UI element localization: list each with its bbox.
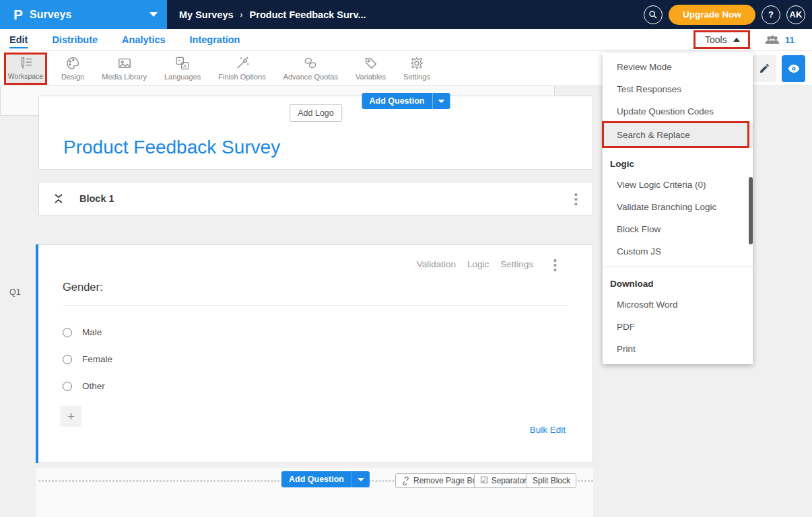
answer-option[interactable]: Other	[63, 381, 105, 391]
translate-icon: * A	[175, 56, 190, 71]
menu-divider	[603, 267, 753, 267]
add-question-button[interactable]: Add Question	[281, 471, 352, 487]
search-button[interactable]	[644, 5, 663, 24]
question-menu-button[interactable]: •••	[553, 258, 557, 272]
toolbar-item-workspace[interactable]: Workspace	[4, 53, 47, 85]
logic-link[interactable]: Logic	[467, 259, 489, 269]
menu-item-pdf[interactable]: PDF	[603, 316, 753, 338]
product-switcher[interactable]: P Surveys	[0, 0, 167, 29]
radio-icon[interactable]	[63, 355, 72, 364]
tools-menu-button[interactable]: Tools	[693, 30, 750, 49]
questionpro-logo: P	[13, 7, 22, 23]
tab-edit[interactable]: Edit	[9, 34, 28, 48]
image-icon	[117, 56, 132, 71]
tab-integration[interactable]: Integration	[190, 34, 240, 45]
toolbar-item-label: Advance Quotas	[283, 73, 338, 81]
breadcrumb-parent[interactable]: My Surveys	[179, 9, 234, 20]
menu-item-review-mode[interactable]: Review Mode	[603, 56, 753, 78]
toolbar-item-label: Workspace	[8, 72, 43, 80]
breadcrumb-current: Product Feedback Surv...	[250, 9, 366, 20]
toolbar-item-settings[interactable]: Settings	[395, 53, 439, 85]
toolbar-item-languages[interactable]: * A Languages	[156, 53, 209, 85]
tab-analytics[interactable]: Analytics	[122, 34, 165, 45]
menu-item-print[interactable]: Print	[603, 338, 753, 360]
block-name[interactable]: Block 1	[79, 193, 114, 204]
bulk-edit-link[interactable]: Bulk Edit	[530, 425, 566, 435]
menu-item-test-responses[interactable]: Test Responses	[603, 78, 753, 100]
menu-item-update-question-codes[interactable]: Update Question Codes	[603, 100, 753, 123]
tools-label: Tools	[705, 34, 727, 45]
validation-link[interactable]: Validation	[417, 259, 456, 269]
collapse-block-icon[interactable]	[54, 193, 63, 204]
chevron-down-icon	[149, 12, 158, 17]
add-question-dropdown-button[interactable]	[352, 471, 370, 487]
toolbar-item-variables[interactable]: Variables	[347, 53, 395, 85]
menu-section-download: Download	[603, 273, 753, 294]
people-icon	[765, 35, 780, 44]
topbar-actions: Upgrade Now ? AK	[644, 5, 812, 25]
option-label[interactable]: Male	[82, 327, 102, 337]
toolbar-item-design[interactable]: Design	[53, 53, 93, 85]
option-label[interactable]: Female	[82, 354, 112, 364]
survey-title[interactable]: Product Feedback Survey	[63, 137, 280, 158]
option-label[interactable]: Other	[82, 381, 105, 391]
add-logo-button[interactable]: Add Logo	[290, 104, 342, 122]
upgrade-now-button[interactable]: Upgrade Now	[669, 5, 755, 25]
toolbar-item-label: Settings	[403, 73, 430, 81]
avatar[interactable]: AK	[786, 5, 805, 24]
question-text[interactable]: Gender:	[63, 281, 103, 294]
menu-item-custom-js[interactable]: Custom JS	[603, 240, 753, 263]
toolbar-item-label: Finish Options	[218, 73, 265, 81]
add-question-split-button-bottom[interactable]: Add Question	[281, 471, 370, 487]
settings-link[interactable]: Settings	[500, 259, 533, 269]
tab-distribute[interactable]: Distribute	[52, 34, 98, 45]
menu-item-microsoft-word[interactable]: Microsoft Word	[603, 294, 753, 316]
magic-wand-icon	[235, 56, 250, 71]
block-header: Block 1 •••	[38, 182, 593, 215]
answer-option[interactable]: Male	[63, 327, 102, 337]
radio-icon[interactable]	[63, 382, 72, 391]
toolbar-item-media-library[interactable]: Media Library	[93, 53, 156, 85]
svg-text:*: *	[178, 59, 181, 65]
toolbar-item-advance-quotas[interactable]: Advance Quotas	[275, 53, 347, 85]
tab-bar: Edit Distribute Analytics Integration To…	[0, 29, 812, 51]
question-divider	[63, 305, 568, 306]
palette-icon	[65, 56, 80, 71]
menu-item-block-flow[interactable]: Block Flow	[603, 218, 753, 240]
survey-editor-page: P Surveys My Surveys › Product Feedback …	[0, 0, 812, 517]
pencil-icon	[759, 63, 770, 74]
tabs: Edit Distribute Analytics Integration	[0, 34, 240, 45]
add-question-split-button[interactable]: Add Question	[362, 93, 450, 109]
collaborators[interactable]: 11	[765, 35, 794, 45]
page-break-strip: Add Question Remove Page Break ☑ Separat…	[36, 468, 593, 517]
tabbar-actions: Tools 11	[693, 30, 812, 49]
menu-scrollbar[interactable]	[749, 177, 753, 244]
menu-item-validate-branching-logic[interactable]: Validate Branching Logic	[603, 196, 753, 218]
answer-option[interactable]: Female	[63, 354, 112, 364]
toolbar-item-label: Design	[61, 73, 84, 81]
chain-links-icon	[303, 56, 318, 71]
block-menu-button[interactable]: •••	[574, 192, 578, 206]
breadcrumb: My Surveys › Product Feedback Surv...	[179, 9, 366, 20]
radio-icon[interactable]	[63, 328, 72, 337]
add-option-button[interactable]: +	[61, 406, 81, 427]
search-icon	[648, 9, 658, 20]
chevron-down-icon	[438, 100, 444, 103]
menu-item-view-logic-criteria[interactable]: View Logic Criteria (0)	[603, 174, 753, 196]
workspace-icon	[18, 57, 33, 70]
edit-mode-button[interactable]	[753, 55, 776, 82]
separator-button[interactable]: ☑ Separator	[474, 473, 533, 488]
toolbar-item-finish-options[interactable]: Finish Options	[209, 53, 274, 85]
split-block-label: Split Block	[533, 476, 570, 485]
menu-item-search-replace[interactable]: Search & Replace	[603, 123, 753, 147]
tag-icon	[364, 56, 378, 71]
add-question-dropdown-button[interactable]	[432, 93, 450, 109]
split-block-button[interactable]: Split Block	[527, 473, 576, 488]
checkbox-icon: ☑	[480, 477, 488, 485]
toolbar-item-label: Variables	[356, 73, 386, 81]
toolbar-item-label: Languages	[164, 73, 201, 81]
help-button[interactable]: ?	[762, 5, 780, 24]
toolbar-item-label: Media Library	[102, 73, 147, 81]
add-question-button[interactable]: Add Question	[362, 93, 433, 109]
preview-button[interactable]	[782, 55, 805, 82]
